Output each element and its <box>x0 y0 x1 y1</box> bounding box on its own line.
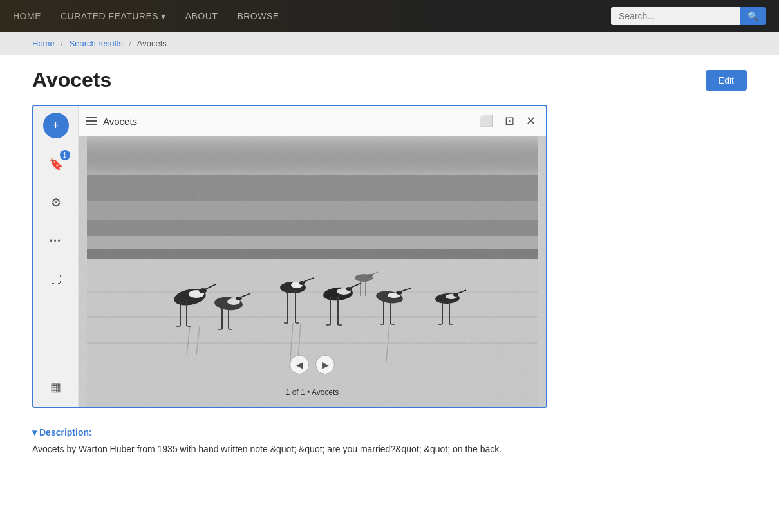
arrow-left-icon: ◀ <box>296 360 303 370</box>
bookmark-button[interactable]: 🔖 1 <box>43 151 69 177</box>
grid-view-button[interactable]: ▦ <box>43 374 69 400</box>
chevron-down-icon: ▾ <box>32 427 37 437</box>
breadcrumb-home[interactable]: Home <box>32 39 55 48</box>
breadcrumb-sep-2: / <box>129 39 131 48</box>
gear-icon: ⚙ <box>51 196 61 210</box>
viewer-main: Avocets ⬜ ⊡ ✕ <box>79 106 546 407</box>
hamburger-icon[interactable] <box>86 117 97 125</box>
badge-count: 1 <box>60 150 70 160</box>
nav-curated-features[interactable]: CURATED FEATURES ▾ <box>61 11 166 21</box>
panel-small-icon: ⊡ <box>505 115 514 127</box>
dots-icon: ••• <box>50 237 62 246</box>
search-input[interactable] <box>611 7 740 25</box>
expand-icon: ⛶ <box>51 274 61 286</box>
search-button[interactable]: 🔍 <box>740 7 766 25</box>
svg-rect-69 <box>87 136 538 175</box>
description-label: Description: <box>39 427 92 437</box>
close-button[interactable]: ✕ <box>523 111 538 131</box>
grid-icon: ▦ <box>50 380 61 394</box>
settings-button[interactable]: ⚙ <box>43 190 69 216</box>
description-text: Avocets by Warton Huber from 1935 with h… <box>32 443 747 456</box>
image-navigation: ◀ ▶ <box>290 355 335 374</box>
viewer-title: Avocets <box>103 116 470 127</box>
close-icon: ✕ <box>526 115 536 127</box>
breadcrumb-search-results[interactable]: Search results <box>70 39 123 48</box>
nav-browse[interactable]: BROWSE <box>237 11 279 21</box>
panel-left-button[interactable]: ⬜ <box>476 111 496 131</box>
nav-home[interactable]: HOME <box>13 11 41 21</box>
image-caption: 1 of 1 • Avocets <box>286 388 339 397</box>
breadcrumb: Home / Search results / Avocets <box>0 32 779 55</box>
viewer-toolbar: Avocets ⬜ ⊡ ✕ <box>79 106 546 136</box>
more-options-button[interactable]: ••• <box>43 228 69 254</box>
next-image-button[interactable]: ▶ <box>315 355 335 374</box>
viewer-container: + 🔖 1 ⚙ ••• ⛶ ▦ <box>32 105 547 408</box>
panel-small-button[interactable]: ⊡ <box>502 111 517 131</box>
arrow-right-icon: ▶ <box>322 360 329 370</box>
page-title: Avocets <box>32 68 111 92</box>
add-button[interactable]: + <box>43 113 69 138</box>
description-toggle[interactable]: ▾ Description: <box>32 427 747 437</box>
chevron-down-icon: ▾ <box>161 11 166 21</box>
fullscreen-button[interactable]: ⛶ <box>43 267 69 293</box>
breadcrumb-current: Avocets <box>137 39 167 48</box>
description-section: ▾ Description: Avocets by Warton Huber f… <box>32 417 747 466</box>
bookmark-icon: 🔖 <box>49 157 63 171</box>
prev-image-button[interactable]: ◀ <box>290 355 309 374</box>
panel-left-icon: ⬜ <box>479 115 493 127</box>
search-bar: 🔍 <box>611 7 766 25</box>
image-area: ◀ ▶ 1 of 1 • Avocets <box>79 136 546 407</box>
breadcrumb-sep-1: / <box>61 39 63 48</box>
nav-about[interactable]: ABOUT <box>185 11 218 21</box>
edit-button[interactable]: Edit <box>706 70 747 91</box>
plus-icon: + <box>52 119 59 133</box>
viewer-sidebar: + 🔖 1 ⚙ ••• ⛶ ▦ <box>33 106 79 407</box>
